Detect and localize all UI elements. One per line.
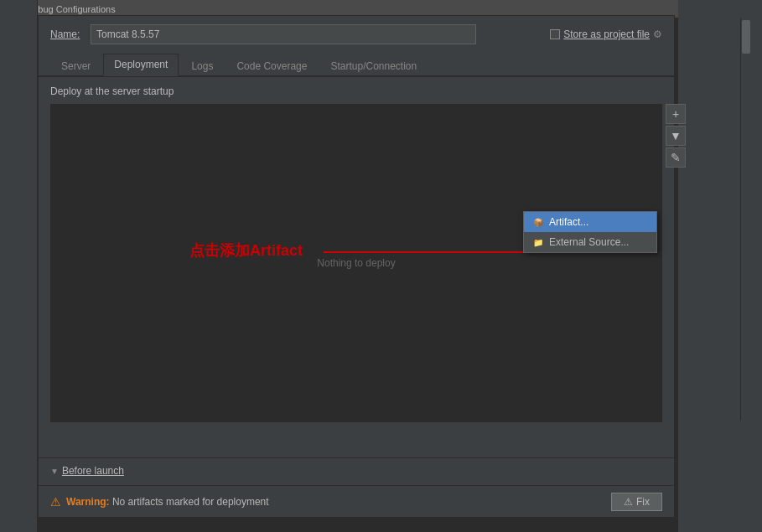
fix-label: Fix bbox=[636, 496, 650, 508]
deploy-label: Deploy at the server startup bbox=[50, 85, 662, 97]
before-launch-label[interactable]: Before launch bbox=[62, 465, 124, 477]
store-project-checkbox[interactable] bbox=[550, 29, 560, 39]
menu-item-artifact[interactable]: 📦 Artifact... bbox=[524, 212, 656, 232]
fix-button[interactable]: ⚠ Fix bbox=[611, 493, 662, 511]
edit-button[interactable]: ✎ bbox=[666, 147, 686, 168]
tool-buttons: + ▼ ✎ bbox=[666, 104, 686, 168]
warning-bold: Warning: bbox=[66, 496, 110, 508]
menu-item-artifact-label: Artifact... bbox=[549, 216, 588, 228]
tab-server[interactable]: Server bbox=[50, 55, 101, 76]
name-row: Name: Store as project file ⚙ bbox=[39, 16, 674, 53]
dropdown-menu: 📦 Artifact... 📁 External Source... bbox=[523, 211, 657, 253]
external-source-icon: 📁 bbox=[532, 236, 544, 248]
tab-deployment[interactable]: Deployment bbox=[103, 54, 179, 76]
menu-item-external-source[interactable]: 📁 External Source... bbox=[524, 232, 656, 252]
run-debug-dialog: Name: Store as project file ⚙ Server Dep… bbox=[38, 15, 675, 518]
gear-icon[interactable]: ⚙ bbox=[653, 28, 662, 40]
deploy-area: Nothing to deploy bbox=[50, 104, 662, 422]
warning-detail: No artifacts marked for deployment bbox=[110, 496, 269, 508]
store-project-label: Store as project file bbox=[563, 28, 650, 40]
fix-warning-icon: ⚠ bbox=[624, 496, 633, 508]
scrollbar-thumb[interactable] bbox=[742, 20, 750, 54]
warning-text: Warning: No artifacts marked for deploym… bbox=[66, 496, 269, 508]
menu-item-external-source-label: External Source... bbox=[549, 236, 629, 248]
triangle-icon: ▼ bbox=[50, 467, 59, 476]
nothing-to-deploy-text: Nothing to deploy bbox=[317, 257, 395, 269]
down-arrow-button[interactable]: ▼ bbox=[666, 126, 686, 146]
tab-bar: Server Deployment Logs Code Coverage Sta… bbox=[39, 53, 674, 77]
tab-content: Deploy at the server startup Nothing to … bbox=[39, 77, 674, 494]
left-panel bbox=[0, 0, 38, 532]
name-input[interactable] bbox=[91, 24, 476, 44]
warning-icon: ⚠ bbox=[50, 495, 61, 509]
before-launch-section: ▼ Before launch bbox=[39, 457, 674, 483]
warning-bar: ⚠ Warning: No artifacts marked for deplo… bbox=[39, 485, 674, 517]
tab-code-coverage[interactable]: Code Coverage bbox=[225, 55, 318, 76]
scrollbar[interactable] bbox=[740, 18, 750, 421]
tab-startup-connection[interactable]: Startup/Connection bbox=[319, 55, 428, 76]
store-project-group: Store as project file ⚙ bbox=[550, 28, 662, 40]
name-label: Name: bbox=[50, 28, 84, 40]
add-button[interactable]: + bbox=[666, 104, 686, 124]
artifact-icon: 📦 bbox=[532, 216, 544, 228]
tab-logs[interactable]: Logs bbox=[180, 55, 224, 76]
